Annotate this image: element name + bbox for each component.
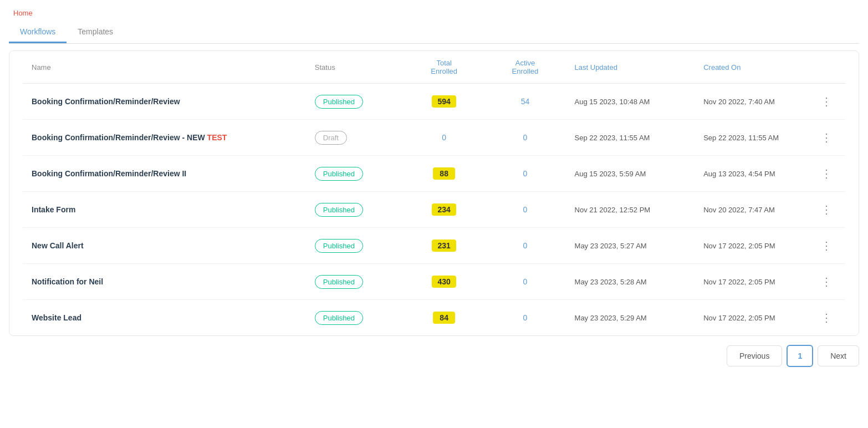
row-actions-1[interactable]: ⋮	[808, 120, 845, 156]
row-total-enrolled-4: 231	[404, 228, 484, 264]
table-row: Booking Confirmation/Reminder/Review - N…	[23, 120, 845, 156]
row-active-enrolled-5: 0	[484, 264, 565, 300]
row-name-3: Intake Form	[23, 192, 306, 228]
col-status: Status	[306, 51, 404, 84]
current-page: 1	[787, 345, 813, 367]
row-actions-5[interactable]: ⋮	[808, 264, 845, 300]
row-total-enrolled-6: 84	[404, 300, 484, 336]
row-last-updated-1: Sep 22 2023, 11:55 AM	[566, 120, 695, 156]
row-created-on-1: Sep 22 2023, 11:55 AM	[695, 120, 808, 156]
row-status-0: Published	[306, 84, 404, 120]
row-status-4: Published	[306, 228, 404, 264]
row-created-on-2: Aug 13 2023, 4:54 PM	[695, 156, 808, 192]
row-actions-0[interactable]: ⋮	[808, 84, 845, 120]
row-active-enrolled-2: 0	[484, 156, 565, 192]
more-options-button-2[interactable]: ⋮	[816, 166, 836, 181]
table-row: New Call Alert Published 231 0 May 23 20…	[23, 228, 845, 264]
tab-workflows[interactable]: Workflows	[9, 22, 67, 43]
row-status-2: Published	[306, 156, 404, 192]
breadcrumb[interactable]: Home	[0, 0, 868, 22]
more-options-button-6[interactable]: ⋮	[816, 310, 836, 325]
table-row: Intake Form Published 234 0 Nov 21 2022,…	[23, 192, 845, 228]
next-button[interactable]: Next	[818, 345, 859, 366]
row-last-updated-5: May 23 2023, 5:28 AM	[566, 264, 695, 300]
row-name-4: New Call Alert	[23, 228, 306, 264]
tab-bar: Workflows Templates	[9, 22, 859, 44]
row-actions-3[interactable]: ⋮	[808, 192, 845, 228]
row-total-enrolled-1: 0	[404, 120, 484, 156]
row-last-updated-4: May 23 2023, 5:27 AM	[566, 228, 695, 264]
row-active-enrolled-0: 54	[484, 84, 565, 120]
row-status-1: Draft	[306, 120, 404, 156]
row-status-5: Published	[306, 264, 404, 300]
tab-templates[interactable]: Templates	[67, 22, 124, 43]
more-options-button-4[interactable]: ⋮	[816, 238, 836, 253]
row-created-on-6: Nov 17 2022, 2:05 PM	[695, 300, 808, 336]
row-status-3: Published	[306, 192, 404, 228]
more-options-button-3[interactable]: ⋮	[816, 202, 836, 217]
table-row: Booking Confirmation/Reminder/Review Pub…	[23, 84, 845, 120]
col-active-enrolled: ActiveEnrolled	[484, 51, 565, 84]
row-total-enrolled-5: 430	[404, 264, 484, 300]
table-row: Notification for Neil Published 430 0 Ma…	[23, 264, 845, 300]
previous-button[interactable]: Previous	[727, 345, 782, 366]
row-total-enrolled-3: 234	[404, 192, 484, 228]
row-active-enrolled-1: 0	[484, 120, 565, 156]
col-name: Name	[23, 51, 306, 84]
row-created-on-3: Nov 20 2022, 7:47 AM	[695, 192, 808, 228]
col-actions	[808, 51, 845, 84]
row-last-updated-6: May 23 2023, 5:29 AM	[566, 300, 695, 336]
row-active-enrolled-3: 0	[484, 192, 565, 228]
row-name-1: Booking Confirmation/Reminder/Review - N…	[23, 120, 306, 156]
row-total-enrolled-0: 594	[404, 84, 484, 120]
col-created-on: Created On	[695, 51, 808, 84]
more-options-button-1[interactable]: ⋮	[816, 130, 836, 145]
table-container: Name Status TotalEnrolled ActiveEnrolled…	[9, 50, 859, 336]
table-row: Website Lead Published 84 0 May 23 2023,…	[23, 300, 845, 336]
col-last-updated: Last Updated	[566, 51, 695, 84]
more-options-button-0[interactable]: ⋮	[816, 94, 836, 109]
row-last-updated-2: Aug 15 2023, 5:59 AM	[566, 156, 695, 192]
row-active-enrolled-6: 0	[484, 300, 565, 336]
table-row: Booking Confirmation/Reminder/Review II …	[23, 156, 845, 192]
row-last-updated-3: Nov 21 2022, 12:52 PM	[566, 192, 695, 228]
pagination: Previous 1 Next	[0, 336, 868, 376]
row-active-enrolled-4: 0	[484, 228, 565, 264]
row-created-on-0: Nov 20 2022, 7:40 AM	[695, 84, 808, 120]
row-last-updated-0: Aug 15 2023, 10:48 AM	[566, 84, 695, 120]
row-name-0: Booking Confirmation/Reminder/Review	[23, 84, 306, 120]
row-actions-4[interactable]: ⋮	[808, 228, 845, 264]
more-options-button-5[interactable]: ⋮	[816, 274, 836, 289]
col-total-enrolled: TotalEnrolled	[404, 51, 484, 84]
row-total-enrolled-2: 88	[404, 156, 484, 192]
row-name-2: Booking Confirmation/Reminder/Review II	[23, 156, 306, 192]
row-actions-6[interactable]: ⋮	[808, 300, 845, 336]
row-created-on-5: Nov 17 2022, 2:05 PM	[695, 264, 808, 300]
row-actions-2[interactable]: ⋮	[808, 156, 845, 192]
row-name-6: Website Lead	[23, 300, 306, 336]
row-status-6: Published	[306, 300, 404, 336]
row-name-5: Notification for Neil	[23, 264, 306, 300]
row-created-on-4: Nov 17 2022, 2:05 PM	[695, 228, 808, 264]
